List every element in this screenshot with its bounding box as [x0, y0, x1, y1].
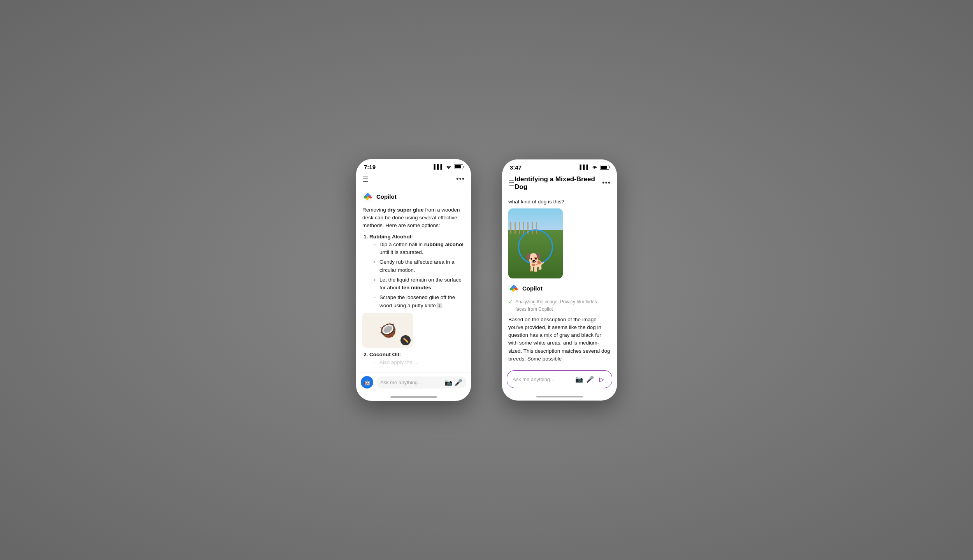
footnote-ref-1: 1 — [437, 303, 442, 308]
bold-dry-super-glue: dry super glue — [388, 207, 424, 213]
coconut-image: 🥥 ✏️ — [362, 313, 413, 348]
signal-icon-2: ▌▌▌ — [580, 164, 590, 170]
svg-point-0 — [448, 168, 449, 169]
dog-image-container: 🐕 — [508, 208, 563, 278]
dog-figure: 🐕 — [525, 252, 546, 273]
method-1-bullets: Dip a cotton ball in rubbing alcohol unt… — [369, 241, 465, 310]
wifi-icon-1 — [446, 164, 452, 170]
home-indicator-1 — [390, 396, 437, 398]
status-icons-1: ▌▌▌ — [434, 164, 463, 170]
menu-icon-1[interactable]: ☰ — [362, 175, 369, 184]
bullet-3: Let the liquid remain on the surface for… — [373, 276, 465, 292]
avatar-icon-1: 🤖 — [364, 379, 371, 385]
dog-image-bg: 🐕 — [508, 208, 563, 278]
mic-icon-2[interactable]: 🎤 — [586, 376, 594, 383]
chat-avatar-1: 🤖 — [361, 376, 373, 388]
svg-point-2 — [594, 168, 595, 169]
input-container-2[interactable]: Ask me anything... 📷 🎤 ▷ — [507, 370, 612, 388]
bullet-4: Scrape the loosened glue off the wood us… — [373, 294, 465, 310]
status-bar-1: 7:19 ▌▌▌ — [356, 159, 471, 173]
input-placeholder-2[interactable]: Ask me anything... — [513, 376, 572, 382]
fence-post — [510, 222, 511, 234]
status-time-2: 3:47 — [510, 164, 522, 171]
top-bar-1: ☰ ••• — [356, 173, 471, 187]
method-1-item: Rubbing Alcohol: Dip a cotton ball in ru… — [369, 233, 465, 310]
camera-icon-1[interactable]: 📷 — [444, 379, 452, 386]
camera-icon-2[interactable]: 📷 — [575, 376, 583, 383]
chat-content-1: Removing dry super glue from a wooden de… — [362, 206, 465, 367]
input-container-1[interactable]: Ask me anything... 📷 🎤 — [376, 376, 466, 388]
status-time-1: 7:19 — [364, 164, 376, 170]
pencil-icon: ✏️ — [403, 337, 409, 344]
send-button-2[interactable]: ▷ — [597, 374, 606, 384]
wifi-icon-2 — [592, 164, 598, 170]
copilot-logo-2 — [508, 283, 519, 294]
bullet-2: Gently rub the affected area in a circul… — [373, 258, 465, 274]
top-bar-2: ☰ Identifying a Mixed-Breed Dog ••• — [502, 173, 617, 195]
intro-paragraph: Removing dry super glue from a wooden de… — [362, 206, 465, 230]
input-bar-2: Ask me anything... 📷 🎤 ▷ — [502, 367, 617, 394]
battery-icon-1 — [454, 164, 463, 169]
response-text-2: Based on the description of the image yo… — [508, 316, 611, 363]
check-icon: ✓ — [508, 299, 513, 305]
methods-list-2: Coconut Oil: Also apply the ... — [362, 351, 465, 367]
signal-icon-1: ▌▌▌ — [434, 164, 444, 170]
user-message-2: what kind of dog is this? — [508, 199, 611, 205]
menu-icon-2[interactable]: ☰ — [508, 179, 515, 187]
content-area-2: what kind of dog is this? 🐕 — [502, 195, 617, 367]
method-2-title: Coconut Oil — [369, 352, 399, 357]
coconut-icon: 🥥 — [379, 320, 397, 341]
home-indicator-2 — [536, 396, 583, 397]
privacy-notice: ✓ Analyzing the image: Privacy blur hide… — [508, 298, 611, 313]
input-bar-1: 🤖 Ask me anything... 📷 🎤 — [356, 373, 471, 395]
image-edit-button[interactable]: ✏️ — [400, 335, 411, 345]
more-options-icon-2[interactable]: ••• — [602, 179, 611, 187]
page-title-2: Identifying a Mixed-Breed Dog — [515, 175, 602, 191]
copilot-header-2: Copilot — [508, 283, 611, 294]
copilot-header-1: Copilot — [362, 191, 465, 202]
input-placeholder-1[interactable]: Ask me anything... — [380, 380, 442, 385]
copilot-name-1: Copilot — [376, 193, 397, 200]
copilot-logo-1 — [362, 191, 373, 202]
bold-ten-minutes: ten minutes — [402, 285, 431, 290]
method-2-item: Coconut Oil: Also apply the ... — [369, 351, 465, 367]
methods-list: Rubbing Alcohol: Dip a cotton ball in ru… — [362, 233, 465, 310]
privacy-text-1: Analyzing the image: Privacy blur hides — [515, 299, 597, 304]
phone-2: 3:47 ▌▌▌ ☰ Identifying a Mixed-Breed Dog… — [502, 159, 617, 401]
status-bar-2: 3:47 ▌▌▌ — [502, 159, 617, 173]
bold-rubbing-alcohol: rubbing alcohol — [424, 242, 464, 247]
privacy-text-2: faces from Copilot — [515, 306, 553, 312]
more-options-icon-1[interactable]: ••• — [456, 175, 465, 183]
method-2-bullets: Also apply the ... — [369, 359, 465, 366]
bullet-1: Dip a cotton ball in rubbing alcohol unt… — [373, 241, 465, 257]
method-1-title: Rubbing Alcohol — [369, 234, 411, 240]
content-area-1: Copilot Removing dry super glue from a w… — [356, 187, 471, 373]
method-2-partial: Also apply the ... — [373, 359, 465, 366]
send-arrow-icon[interactable]: ▷ — [599, 376, 604, 383]
privacy-text-container: Analyzing the image: Privacy blur hides … — [515, 298, 597, 313]
phone-1: 7:19 ▌▌▌ ☰ ••• — [356, 159, 471, 401]
battery-icon-2 — [600, 165, 609, 170]
copilot-name-2: Copilot — [522, 285, 543, 292]
status-icons-2: ▌▌▌ — [580, 164, 609, 170]
mic-icon-1[interactable]: 🎤 — [455, 379, 462, 386]
fence — [508, 222, 563, 230]
